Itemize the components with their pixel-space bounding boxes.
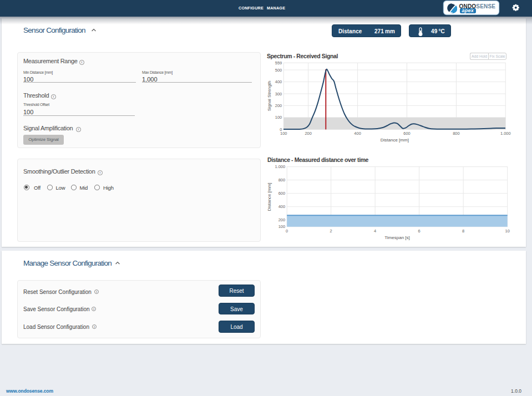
- svg-text:100: 100: [278, 224, 286, 229]
- svg-text:Distance [mm]: Distance [mm]: [267, 182, 272, 211]
- svg-text:Timespan [s]: Timespan [s]: [384, 235, 410, 240]
- svg-text:2: 2: [330, 229, 332, 233]
- svg-text:Signal Strength: Signal Strength: [267, 81, 272, 111]
- svg-text:300: 300: [275, 92, 282, 97]
- svg-text:4: 4: [374, 229, 376, 233]
- svg-text:200: 200: [275, 103, 282, 108]
- svg-text:500: 500: [275, 68, 282, 73]
- svg-text:400: 400: [278, 204, 286, 209]
- svg-text:200: 200: [278, 217, 286, 222]
- svg-text:10: 10: [505, 229, 510, 233]
- svg-text:1.000: 1.000: [275, 164, 285, 169]
- svg-text:400: 400: [275, 79, 282, 84]
- svg-text:600: 600: [278, 191, 286, 196]
- svg-text:100: 100: [280, 131, 287, 136]
- svg-text:400: 400: [354, 131, 361, 136]
- svg-text:100: 100: [275, 115, 282, 120]
- svg-text:6: 6: [418, 229, 420, 233]
- svg-text:8: 8: [462, 229, 464, 233]
- svg-text:Distance [mm]: Distance [mm]: [381, 138, 409, 143]
- svg-text:200: 200: [305, 131, 312, 136]
- svg-text:1.000: 1.000: [500, 131, 511, 136]
- svg-text:559: 559: [275, 60, 282, 65]
- svg-text:0: 0: [286, 229, 288, 233]
- svg-text:800: 800: [453, 131, 460, 136]
- svg-text:600: 600: [403, 131, 411, 136]
- svg-text:800: 800: [278, 177, 286, 182]
